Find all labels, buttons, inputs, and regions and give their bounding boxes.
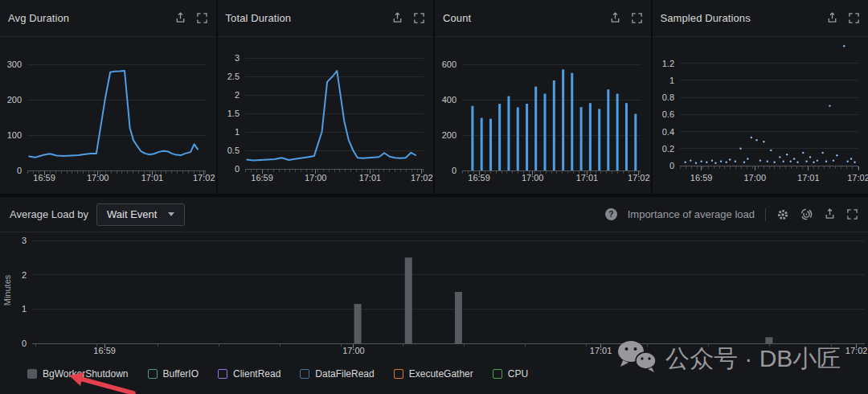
svg-text:17:00: 17:00 xyxy=(522,173,544,183)
average-load-controls: Average Load by Wait Event xyxy=(10,203,185,226)
legend-checkbox-DataFileRead[interactable] xyxy=(300,369,309,379)
share-icon[interactable] xyxy=(391,12,403,24)
svg-text:0.5: 0.5 xyxy=(227,146,239,155)
svg-text:1: 1 xyxy=(669,76,674,85)
svg-text:1.5: 1.5 xyxy=(227,109,239,118)
wait-event-dropdown[interactable]: Wait Event xyxy=(96,203,185,226)
gear-icon[interactable] xyxy=(776,208,789,221)
svg-text:16:59: 16:59 xyxy=(690,173,712,183)
wechat-icon xyxy=(617,339,657,379)
expand-icon[interactable] xyxy=(413,12,425,24)
svg-text:0.4: 0.4 xyxy=(661,127,674,137)
expand-icon[interactable] xyxy=(631,12,643,24)
svg-text:17:00: 17:00 xyxy=(342,346,365,355)
panel-actions xyxy=(609,12,643,24)
svg-text:0: 0 xyxy=(669,161,674,170)
svg-text:200: 200 xyxy=(7,95,22,105)
svg-text:16:59: 16:59 xyxy=(251,173,273,183)
panel-header: Avg Duration xyxy=(0,0,216,37)
average-load-by-label: Average Load by xyxy=(10,208,88,220)
panel-actions xyxy=(391,12,425,24)
svg-text:200: 200 xyxy=(442,130,457,140)
legend-label: ClientRead xyxy=(233,368,280,380)
legend-item-DataFileRead[interactable]: DataFileRead xyxy=(300,368,374,380)
average-load-header: Average Load by Wait Event ? Importance … xyxy=(0,197,868,232)
radar-icon[interactable] xyxy=(800,207,813,221)
legend-label: ExecuteGather xyxy=(409,368,473,380)
sampled-durations-chart[interactable]: 00.20.40.60.811.216:5917:0017:0117:02 xyxy=(653,37,868,194)
svg-text:2: 2 xyxy=(234,90,239,100)
legend-checkbox-ClientRead[interactable] xyxy=(218,369,227,379)
chevron-down-icon xyxy=(168,212,174,216)
importance-of-average-load-link[interactable]: Importance of average load xyxy=(628,208,755,220)
svg-text:17:01: 17:01 xyxy=(141,173,164,183)
dropdown-selected-value: Wait Event xyxy=(107,208,157,220)
svg-text:2.5: 2.5 xyxy=(227,72,239,81)
legend-checkbox-BufferIO[interactable] xyxy=(148,369,158,379)
panel-title[interactable]: Avg Duration xyxy=(8,12,69,24)
share-icon[interactable] xyxy=(174,12,186,24)
svg-text:17:02: 17:02 xyxy=(847,173,868,183)
svg-text:16:59: 16:59 xyxy=(33,173,55,183)
help-circle-icon[interactable]: ? xyxy=(605,208,617,220)
svg-text:1.2: 1.2 xyxy=(661,59,674,68)
svg-text:17:02: 17:02 xyxy=(845,346,868,355)
legend-checkbox-ExecuteGather[interactable] xyxy=(394,369,403,379)
svg-text:0.2: 0.2 xyxy=(661,144,674,154)
panel-header: Count xyxy=(435,0,651,37)
legend-checkbox-BgWorkerShutdown[interactable] xyxy=(27,369,37,379)
panel-title[interactable]: Sampled Durations xyxy=(661,12,751,24)
svg-text:1: 1 xyxy=(234,127,239,137)
svg-text:2: 2 xyxy=(22,270,27,280)
legend-item-BufferIO[interactable]: BufferIO xyxy=(148,368,199,380)
dashboard: Avg Duration 010020030016:5917:0017:0117… xyxy=(0,0,868,394)
legend-checkbox-CPU[interactable] xyxy=(493,369,502,379)
svg-text:3: 3 xyxy=(234,53,239,63)
svg-text:0: 0 xyxy=(452,166,457,175)
share-icon[interactable] xyxy=(609,12,621,24)
svg-text:17:01: 17:01 xyxy=(576,173,599,183)
expand-icon[interactable] xyxy=(848,12,860,24)
svg-text:400: 400 xyxy=(442,95,457,105)
share-icon[interactable] xyxy=(824,208,836,220)
watermark-text: 公众号 · DB小匠 xyxy=(665,343,841,376)
svg-text:0: 0 xyxy=(234,164,239,174)
panel-header: Sampled Durations xyxy=(653,0,868,37)
panel-header: Total Duration xyxy=(218,0,434,37)
svg-text:17:01: 17:01 xyxy=(590,346,612,355)
svg-text:300: 300 xyxy=(7,60,22,69)
panel-title[interactable]: Count xyxy=(443,12,471,24)
svg-text:17:00: 17:00 xyxy=(304,173,326,183)
legend-item-ClientRead[interactable]: ClientRead xyxy=(218,368,280,380)
avg-duration-chart[interactable]: 010020030016:5917:0017:0117:02 xyxy=(0,37,216,194)
svg-text:100: 100 xyxy=(7,130,22,140)
panel-total-duration: Total Duration 00.511.522.5316:5917:0017… xyxy=(218,0,434,194)
expand-icon[interactable] xyxy=(196,12,208,24)
legend-item-CPU[interactable]: CPU xyxy=(493,368,528,380)
svg-text:3: 3 xyxy=(22,236,27,245)
svg-text:17:01: 17:01 xyxy=(358,173,381,183)
expand-icon[interactable] xyxy=(846,208,858,220)
share-icon[interactable] xyxy=(826,12,838,24)
count-chart[interactable]: 020040060016:5917:0017:0117:02 xyxy=(435,37,651,194)
panel-count: Count 020040060016:5917:0017:0117:02 xyxy=(435,0,651,194)
legend-label: BufferIO xyxy=(163,368,199,380)
svg-text:17:02: 17:02 xyxy=(193,173,215,183)
svg-text:0.6: 0.6 xyxy=(661,109,674,119)
total-duration-chart[interactable]: 00.511.522.5316:5917:0017:0117:02 xyxy=(218,37,434,194)
svg-text:17:02: 17:02 xyxy=(411,173,433,183)
panel-title[interactable]: Total Duration xyxy=(226,12,292,24)
top-panel-row: Avg Duration 010020030016:5917:0017:0117… xyxy=(0,0,868,194)
panel-actions xyxy=(174,12,208,24)
divider xyxy=(765,208,766,221)
panel-avg-duration: Avg Duration 010020030016:5917:0017:0117… xyxy=(0,0,216,194)
svg-text:600: 600 xyxy=(442,60,457,69)
red-arrow-annotation xyxy=(64,370,141,394)
legend-label: CPU xyxy=(508,368,528,380)
svg-text:16:59: 16:59 xyxy=(468,173,490,183)
legend-item-ExecuteGather[interactable]: ExecuteGather xyxy=(394,368,473,380)
legend-label: DataFileRead xyxy=(315,368,374,380)
svg-text:0: 0 xyxy=(17,166,22,175)
svg-text:17:01: 17:01 xyxy=(797,173,820,183)
svg-text:17:00: 17:00 xyxy=(743,173,766,183)
